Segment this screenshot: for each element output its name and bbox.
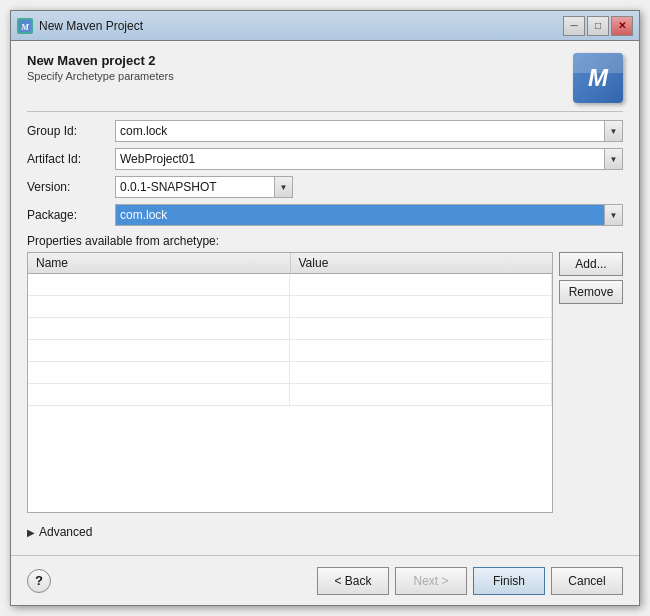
maximize-button[interactable]: □ bbox=[587, 16, 609, 36]
advanced-toggle[interactable]: ▶ Advanced bbox=[27, 525, 623, 539]
advanced-arrow-icon: ▶ bbox=[27, 527, 35, 538]
back-button[interactable]: < Back bbox=[317, 567, 389, 595]
artifact-id-dropdown[interactable]: ▼ bbox=[605, 148, 623, 170]
maven-logo: M bbox=[573, 53, 623, 103]
package-dropdown[interactable]: ▼ bbox=[605, 204, 623, 226]
package-input[interactable] bbox=[115, 204, 605, 226]
name-cell bbox=[28, 362, 290, 383]
dialog-subtitle: Specify Archetype parameters bbox=[27, 70, 573, 82]
title-bar: M New Maven Project ─ □ ✕ bbox=[11, 11, 639, 41]
window-title: New Maven Project bbox=[39, 19, 563, 33]
table-row bbox=[28, 296, 552, 318]
group-id-label: Group Id: bbox=[27, 124, 107, 138]
svg-text:M: M bbox=[20, 22, 30, 32]
advanced-section: ▶ Advanced bbox=[27, 521, 623, 543]
form-grid: Group Id: ▼ Artifact Id: ▼ Version: ▼ Pa… bbox=[27, 120, 623, 226]
package-field-container: ▼ bbox=[115, 204, 623, 226]
close-button[interactable]: ✕ bbox=[611, 16, 633, 36]
table-header: Name Value bbox=[28, 253, 552, 274]
bottom-bar: ? < Back Next > Finish Cancel bbox=[11, 555, 639, 605]
name-cell bbox=[28, 318, 290, 339]
table-row bbox=[28, 274, 552, 296]
table-body[interactable] bbox=[28, 274, 552, 509]
name-cell bbox=[28, 340, 290, 361]
table-row bbox=[28, 340, 552, 362]
name-cell bbox=[28, 384, 290, 405]
version-field-container: ▼ bbox=[115, 176, 623, 198]
cancel-button[interactable]: Cancel bbox=[551, 567, 623, 595]
name-cell bbox=[28, 274, 290, 295]
properties-table: Name Value bbox=[27, 252, 553, 513]
version-label: Version: bbox=[27, 180, 107, 194]
value-cell bbox=[290, 318, 552, 339]
minimize-button[interactable]: ─ bbox=[563, 16, 585, 36]
group-id-dropdown[interactable]: ▼ bbox=[605, 120, 623, 142]
remove-button[interactable]: Remove bbox=[559, 280, 623, 304]
table-row bbox=[28, 318, 552, 340]
value-cell bbox=[290, 274, 552, 295]
artifact-id-field-container: ▼ bbox=[115, 148, 623, 170]
table-action-buttons: Add... Remove bbox=[559, 252, 623, 513]
value-cell bbox=[290, 362, 552, 383]
table-row bbox=[28, 362, 552, 384]
header-text: New Maven project 2 Specify Archetype pa… bbox=[27, 53, 573, 82]
dialog-title: New Maven project 2 bbox=[27, 53, 573, 68]
name-column-header: Name bbox=[28, 253, 291, 273]
window-controls: ─ □ ✕ bbox=[563, 16, 633, 36]
group-id-field-container: ▼ bbox=[115, 120, 623, 142]
value-cell bbox=[290, 384, 552, 405]
value-cell bbox=[290, 296, 552, 317]
version-input[interactable] bbox=[115, 176, 275, 198]
header-section: New Maven project 2 Specify Archetype pa… bbox=[27, 53, 623, 112]
value-cell bbox=[290, 340, 552, 361]
properties-label: Properties available from archetype: bbox=[27, 234, 623, 248]
add-button[interactable]: Add... bbox=[559, 252, 623, 276]
table-row bbox=[28, 384, 552, 406]
artifact-id-label: Artifact Id: bbox=[27, 152, 107, 166]
main-window: M New Maven Project ─ □ ✕ New Maven proj… bbox=[10, 10, 640, 606]
finish-button[interactable]: Finish bbox=[473, 567, 545, 595]
help-button[interactable]: ? bbox=[27, 569, 51, 593]
next-button[interactable]: Next > bbox=[395, 567, 467, 595]
dialog-content: New Maven project 2 Specify Archetype pa… bbox=[11, 41, 639, 555]
artifact-id-input[interactable] bbox=[115, 148, 605, 170]
package-label: Package: bbox=[27, 208, 107, 222]
logo-letter: M bbox=[588, 64, 608, 92]
properties-section: Name Value bbox=[27, 252, 623, 513]
group-id-input[interactable] bbox=[115, 120, 605, 142]
name-cell bbox=[28, 296, 290, 317]
window-icon: M bbox=[17, 18, 33, 34]
value-column-header: Value bbox=[291, 253, 553, 273]
navigation-buttons: < Back Next > Finish Cancel bbox=[317, 567, 623, 595]
version-dropdown[interactable]: ▼ bbox=[275, 176, 293, 198]
advanced-label: Advanced bbox=[39, 525, 92, 539]
